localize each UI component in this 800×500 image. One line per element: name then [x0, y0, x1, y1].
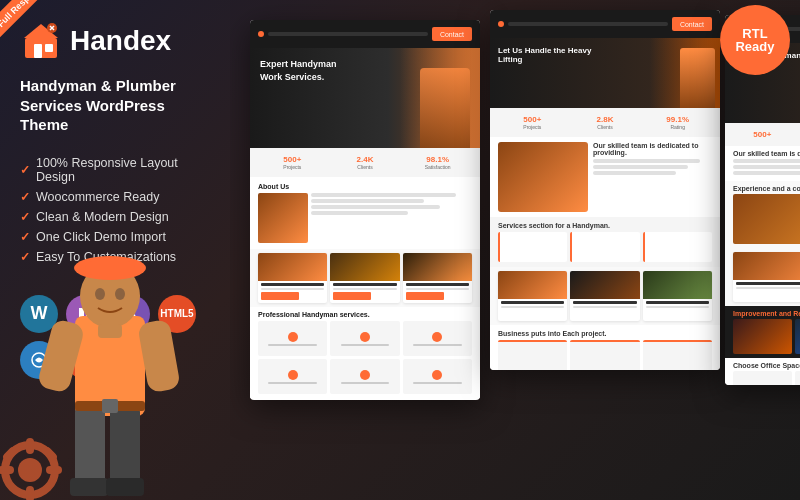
- svg-point-13: [82, 356, 84, 358]
- main-container: Full Responsive Handex Handyman & Plumbe…: [0, 0, 800, 500]
- sc-card-title-m2: [573, 301, 636, 304]
- sc-card-title-m1: [501, 301, 564, 304]
- sc-hero-worker-2: [680, 48, 715, 108]
- sc-card-body-m3: [643, 299, 712, 311]
- sc-nav-btn: Contact: [432, 27, 472, 41]
- features-list: 100% Responsive Layout Design Woocommerc…: [20, 153, 210, 267]
- logo-text: Handex: [70, 25, 171, 57]
- sc-stat-num-2: 2.4K: [333, 155, 398, 164]
- sc-office-section: Choose Office Space.: [725, 358, 800, 385]
- sc-hero-small-2: Let Us Handle the Heavy Lifting: [490, 38, 720, 108]
- svg-rect-7: [79, 308, 84, 320]
- sc-card-text-m3: [646, 306, 709, 308]
- sc-card-text: [261, 288, 324, 290]
- sc-service-2: [330, 321, 399, 356]
- sc-card-row-1: [250, 249, 480, 307]
- sc-text-line: [311, 193, 456, 197]
- sc-stat-label-m2: Clients: [573, 124, 638, 130]
- sc-stat-label-m3: Rating: [645, 124, 710, 130]
- full-responsive-badge: Full Responsive: [0, 0, 69, 46]
- sc-nav-btn-2: Contact: [672, 17, 712, 31]
- screenshots-container: Contact Expert HandymanWork Services. 50…: [230, 0, 800, 500]
- sc-about-title: About Us: [258, 183, 472, 190]
- sc-card-m3: [643, 271, 712, 321]
- sc-about-r3: Our skilled team is dedicated to providi…: [725, 146, 800, 181]
- bootstrap-icon: B: [112, 295, 150, 333]
- feature-item-4: One Click Demo Import: [20, 227, 210, 247]
- sc-svc-3: [643, 232, 712, 262]
- sc-card-body-m2: [570, 299, 639, 311]
- sc-card-text-3: [406, 288, 469, 290]
- sc-about-photo: [258, 193, 308, 243]
- sc-text-line-b2: [593, 165, 688, 169]
- sc-service-line-1: [268, 344, 317, 346]
- sc-stat-label-2: Clients: [333, 164, 398, 170]
- sc-service-line-3: [413, 344, 462, 346]
- sc-tl-r1: [733, 159, 800, 163]
- sc-service-1: [258, 321, 327, 356]
- svg-point-16: [18, 458, 42, 482]
- sc-card-title-m3: [646, 301, 709, 304]
- sc-exp-photos: [733, 194, 800, 244]
- sc-header-2: Contact: [490, 10, 720, 38]
- sc-office-title: Choose Office Space.: [733, 362, 800, 369]
- sc-skilled-title: Our skilled team is dedicated to providi…: [593, 142, 712, 156]
- sc-stat-label-3: Satisfaction: [405, 164, 470, 170]
- sc-stat-num-m1: 500+: [500, 115, 565, 124]
- sc-card-title: [261, 283, 324, 286]
- sc-nav-line-2: [508, 22, 668, 26]
- left-panel: Handex Handyman & Plumber Services WordP…: [0, 0, 230, 500]
- sc-card-img-3: [403, 253, 472, 281]
- elementor-icon: [66, 295, 104, 333]
- svg-rect-18: [26, 486, 34, 500]
- sc-about-content: [311, 193, 472, 243]
- sc-nav-line: [268, 32, 428, 36]
- sc-hero-worker-1: [420, 68, 470, 148]
- sc-card-row-2: [490, 267, 720, 325]
- sc-exp-title: Experience and a commitment to quality.: [733, 185, 800, 192]
- sc-service-3: [403, 321, 472, 356]
- sc-text-line: [311, 211, 408, 215]
- sc-office-card-2: [795, 371, 800, 385]
- sc-card-body-2: [330, 281, 399, 302]
- sc-card-text-m2: [573, 306, 636, 308]
- svg-point-14: [86, 356, 88, 358]
- sc-exp-section: Experience and a commitment to quality.: [725, 181, 800, 248]
- sc-services-section-2: Services section for a Handyman.: [490, 217, 720, 267]
- sc-office-card-1: [733, 371, 792, 385]
- advanced-icon: [20, 341, 58, 379]
- sc-card-img-m3: [643, 271, 712, 299]
- sc-improvement-cards: [733, 319, 800, 354]
- sc-card-1: [258, 253, 327, 303]
- sc-stat-num-3: 98.1%: [405, 155, 470, 164]
- sc-stats-1: 500+ Projects 2.4K Clients 98.1% Satisfa…: [250, 148, 480, 177]
- sc-orange-btn-2: [333, 292, 371, 300]
- sc-stat-label-1: Projects: [260, 164, 325, 170]
- sc-hero-text-1: Expert HandymanWork Services.: [260, 58, 380, 83]
- svg-rect-17: [26, 438, 34, 454]
- sc-stat-m2: 2.8K Clients: [571, 112, 640, 133]
- sc-card-body-3: [403, 281, 472, 302]
- sc-text-line: [311, 199, 424, 203]
- sc-improvement-section: Improvement and Repair projects.: [725, 306, 800, 358]
- sc-stat-r2: 2.8K: [796, 127, 800, 142]
- sc-service-icon-2: [360, 332, 370, 342]
- sc-orange-btn-3: [406, 292, 444, 300]
- wordpress-icon: W: [20, 295, 58, 333]
- sc-services-grid-2: [498, 232, 712, 262]
- sc-text-line: [311, 205, 440, 209]
- sc-stat-num-m3: 99.1%: [645, 115, 710, 124]
- sc-card-title-2: [333, 283, 396, 286]
- sc-service-5: [330, 359, 399, 394]
- html5-icon: HTML5: [158, 295, 196, 333]
- sc-business-cards: [498, 340, 712, 370]
- sc-service-line-2: [341, 344, 390, 346]
- sc-service-icon-6: [432, 370, 442, 380]
- sc-card-img-m2: [570, 271, 639, 299]
- sc-card-r1: [733, 252, 800, 302]
- sc-text-line-c2: [593, 171, 676, 175]
- sc-stat-num-1: 500+: [260, 155, 325, 164]
- sc-card-m1: [498, 271, 567, 321]
- sc-biz-card-3: [643, 340, 712, 370]
- sc-stat-m1: 500+ Projects: [498, 112, 567, 133]
